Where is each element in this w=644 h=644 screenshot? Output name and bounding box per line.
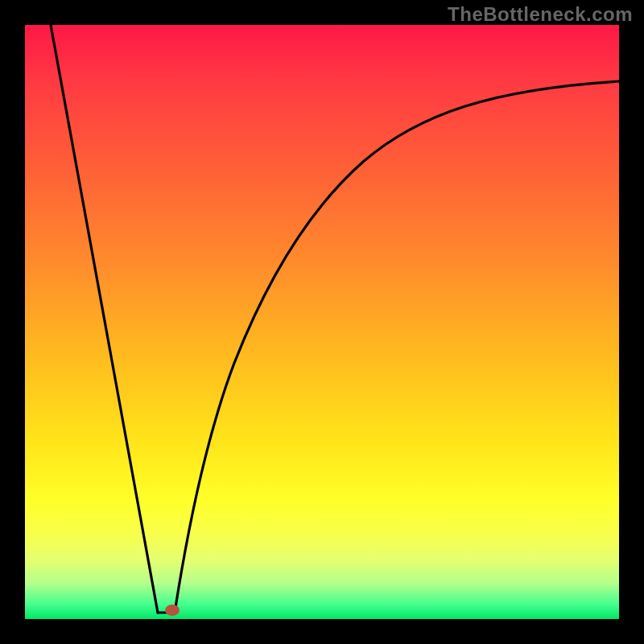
- curve-svg: [25, 25, 619, 619]
- right-rising-curve: [175, 81, 619, 613]
- left-descent-line: [51, 25, 158, 613]
- bottleneck-marker: [165, 605, 180, 616]
- plot-gradient-background: [25, 25, 619, 619]
- watermark-text: TheBottleneck.com: [448, 3, 633, 26]
- chart-frame: TheBottleneck.com: [0, 0, 644, 644]
